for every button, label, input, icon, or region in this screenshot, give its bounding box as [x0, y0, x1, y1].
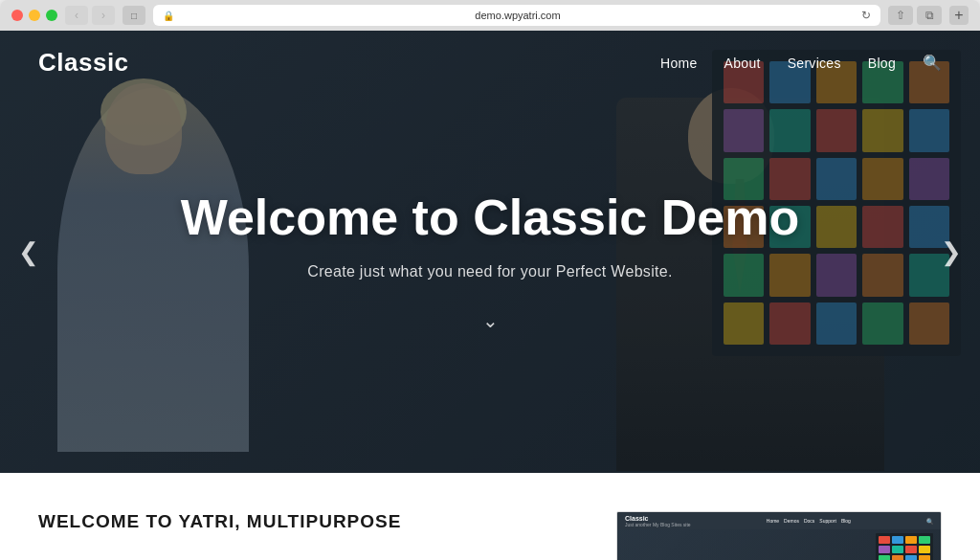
preview-header: Classic Just another My Blog Sites site …	[617, 512, 941, 529]
forward-button[interactable]: ›	[92, 6, 115, 25]
nav-home[interactable]: Home	[660, 56, 698, 71]
preview-nav-support: Support	[819, 518, 836, 524]
scroll-down-arrow[interactable]: ⌄	[482, 309, 499, 332]
preview-sticky-note	[892, 546, 903, 553]
preview-sticky-note	[905, 546, 917, 553]
nav-links: Home About Services Blog 🔍	[660, 54, 942, 72]
preview-sticky-note	[879, 536, 890, 544]
hero-subtitle: Create just what you need for your Perfe…	[307, 263, 672, 280]
preview-nav-docs: Docs	[804, 518, 814, 524]
tab-button[interactable]: □	[122, 6, 145, 25]
preview-sticky-note	[919, 546, 930, 553]
back-button[interactable]: ‹	[65, 6, 88, 25]
preview-sticky-note	[905, 555, 917, 560]
preview-sticky-note	[919, 555, 930, 560]
preview-search-icon: 🔍	[926, 518, 933, 525]
reload-button[interactable]: ↻	[861, 9, 871, 22]
site-preview-thumbnail: Classic Just another My Blog Sites site …	[616, 511, 942, 560]
lock-icon: 🔒	[163, 11, 174, 21]
preview-nav-blog: Blog	[841, 518, 851, 524]
website-content: Classic Home About Services Blog 🔍 Welco…	[0, 31, 980, 560]
preview-sticky-note	[879, 546, 890, 553]
preview-nav-demos: Demos	[784, 518, 799, 524]
browser-actions: ⇧ ⧉	[888, 6, 942, 25]
browser-titlebar: ‹ › □ 🔒 demo.wpyatri.com ↻ ⇧ ⧉ +	[0, 0, 980, 31]
preview-sticky-board	[876, 533, 933, 560]
address-bar[interactable]: 🔒 demo.wpyatri.com ↻	[153, 5, 880, 26]
nav-blog[interactable]: Blog	[868, 56, 896, 71]
carousel-prev-button[interactable]: ❮	[10, 233, 48, 271]
preview-sticky-note	[892, 536, 903, 544]
preview-sticky-note	[879, 555, 890, 560]
hero-title: Welcome to Classic Demo	[181, 190, 799, 245]
browser-window: ‹ › □ 🔒 demo.wpyatri.com ↻ ⇧ ⧉ +	[0, 0, 980, 560]
below-fold-title: WELCOME TO YATRI, MULTIPURPOSE	[38, 511, 578, 532]
hero-content: Welcome to Classic Demo Create just what…	[0, 50, 980, 473]
preview-hero	[617, 529, 941, 560]
maximize-button[interactable]	[46, 10, 57, 21]
preview-logo: Classic	[625, 515, 691, 522]
hero-section: Classic Home About Services Blog 🔍 Welco…	[0, 31, 980, 473]
below-fold-text: WELCOME TO YATRI, MULTIPURPOSE	[38, 511, 578, 540]
nav-services[interactable]: Services	[788, 56, 841, 71]
url-text: demo.wpyatri.com	[180, 10, 856, 21]
preview-nav: Home Demos Docs Support Blog	[767, 518, 851, 524]
share-button[interactable]: ⇧	[888, 6, 913, 25]
preview-sticky-note	[892, 555, 903, 560]
site-navigation: Classic Home About Services Blog 🔍	[0, 31, 980, 95]
traffic-lights	[11, 10, 57, 21]
search-icon[interactable]: 🔍	[923, 54, 942, 72]
preview-sticky-note	[919, 536, 930, 544]
preview-nav-home: Home	[767, 518, 779, 524]
minimize-button[interactable]	[29, 10, 40, 21]
bookmark-button[interactable]: ⧉	[917, 6, 942, 25]
below-fold-section: WELCOME TO YATRI, MULTIPURPOSE Classic J…	[0, 473, 980, 560]
nav-about[interactable]: About	[724, 56, 761, 71]
new-tab-button[interactable]: +	[949, 6, 969, 25]
preview-sticky-note	[905, 536, 917, 544]
preview-tagline: Just another My Blog Sites site	[625, 522, 691, 527]
site-logo: Classic	[38, 48, 129, 78]
carousel-next-button[interactable]: ❯	[932, 233, 970, 271]
close-button[interactable]	[11, 10, 23, 21]
browser-nav-buttons: ‹ ›	[65, 6, 115, 25]
